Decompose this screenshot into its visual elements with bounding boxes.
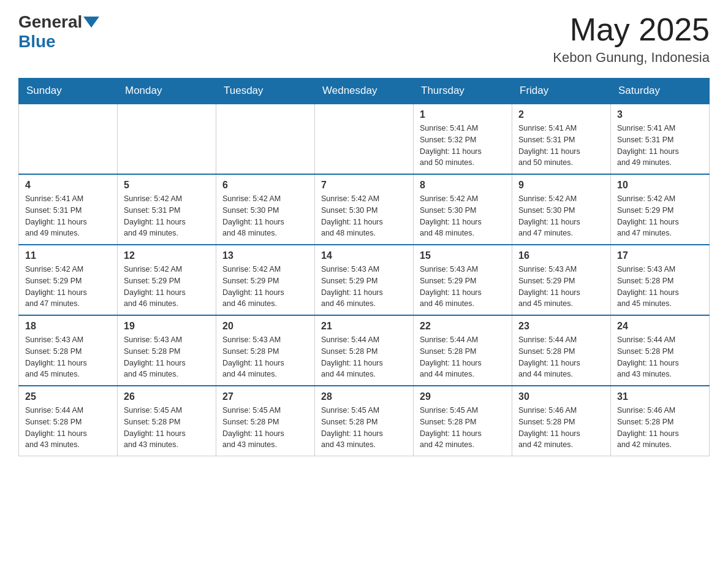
day-info: Sunrise: 5:44 AM Sunset: 5:28 PM Dayligh… [420, 334, 506, 380]
day-info: Sunrise: 5:42 AM Sunset: 5:29 PM Dayligh… [124, 264, 210, 310]
day-number: 18 [25, 321, 111, 332]
day-info: Sunrise: 5:45 AM Sunset: 5:28 PM Dayligh… [222, 405, 308, 451]
calendar-cell: 7Sunrise: 5:42 AM Sunset: 5:30 PM Daylig… [315, 174, 414, 245]
calendar-cell: 30Sunrise: 5:46 AM Sunset: 5:28 PM Dayli… [512, 386, 611, 456]
day-number: 13 [222, 250, 308, 261]
page-header: General Blue May 2025 Kebon Gunung, Indo… [18, 12, 710, 66]
calendar-cell: 10Sunrise: 5:42 AM Sunset: 5:29 PM Dayli… [611, 174, 710, 245]
title-section: May 2025 Kebon Gunung, Indonesia [553, 12, 710, 66]
day-info: Sunrise: 5:42 AM Sunset: 5:29 PM Dayligh… [25, 264, 111, 310]
day-info: Sunrise: 5:46 AM Sunset: 5:28 PM Dayligh… [518, 405, 604, 451]
calendar-cell: 15Sunrise: 5:43 AM Sunset: 5:29 PM Dayli… [414, 245, 512, 315]
day-number: 3 [617, 109, 703, 120]
calendar-cell: 21Sunrise: 5:44 AM Sunset: 5:28 PM Dayli… [315, 315, 414, 386]
calendar-cell: 19Sunrise: 5:43 AM Sunset: 5:28 PM Dayli… [118, 315, 216, 386]
day-number: 1 [420, 109, 506, 120]
calendar-cell [216, 104, 315, 174]
week-row-3: 11Sunrise: 5:42 AM Sunset: 5:29 PM Dayli… [19, 245, 710, 315]
logo: General Blue [18, 12, 99, 52]
calendar-cell: 6Sunrise: 5:42 AM Sunset: 5:30 PM Daylig… [216, 174, 315, 245]
day-number: 8 [420, 180, 506, 191]
day-number: 17 [617, 250, 703, 261]
day-info: Sunrise: 5:44 AM Sunset: 5:28 PM Dayligh… [25, 405, 111, 451]
calendar-cell: 1Sunrise: 5:41 AM Sunset: 5:32 PM Daylig… [414, 104, 512, 174]
day-info: Sunrise: 5:42 AM Sunset: 5:30 PM Dayligh… [321, 193, 407, 239]
day-info: Sunrise: 5:43 AM Sunset: 5:29 PM Dayligh… [420, 264, 506, 310]
calendar-cell [118, 104, 216, 174]
calendar-header-tuesday: Tuesday [216, 79, 315, 104]
calendar-cell: 12Sunrise: 5:42 AM Sunset: 5:29 PM Dayli… [118, 245, 216, 315]
day-info: Sunrise: 5:46 AM Sunset: 5:28 PM Dayligh… [617, 405, 703, 451]
day-number: 28 [321, 391, 407, 402]
day-info: Sunrise: 5:44 AM Sunset: 5:28 PM Dayligh… [518, 334, 604, 380]
calendar-header-sunday: Sunday [19, 79, 118, 104]
day-info: Sunrise: 5:42 AM Sunset: 5:30 PM Dayligh… [222, 193, 308, 239]
day-info: Sunrise: 5:43 AM Sunset: 5:29 PM Dayligh… [518, 264, 604, 310]
calendar-cell: 13Sunrise: 5:42 AM Sunset: 5:29 PM Dayli… [216, 245, 315, 315]
day-number: 5 [124, 180, 210, 191]
day-number: 15 [420, 250, 506, 261]
calendar-cell [315, 104, 414, 174]
calendar-cell: 14Sunrise: 5:43 AM Sunset: 5:29 PM Dayli… [315, 245, 414, 315]
day-number: 31 [617, 391, 703, 402]
month-year-title: May 2025 [553, 12, 710, 47]
calendar-cell: 23Sunrise: 5:44 AM Sunset: 5:28 PM Dayli… [512, 315, 611, 386]
day-number: 26 [124, 391, 210, 402]
calendar-header-friday: Friday [512, 79, 611, 104]
day-number: 20 [222, 321, 308, 332]
calendar-cell: 28Sunrise: 5:45 AM Sunset: 5:28 PM Dayli… [315, 386, 414, 456]
day-number: 9 [518, 180, 604, 191]
day-number: 16 [518, 250, 604, 261]
day-info: Sunrise: 5:42 AM Sunset: 5:29 PM Dayligh… [617, 193, 703, 239]
day-info: Sunrise: 5:41 AM Sunset: 5:31 PM Dayligh… [25, 193, 111, 239]
day-info: Sunrise: 5:45 AM Sunset: 5:28 PM Dayligh… [420, 405, 506, 451]
day-number: 7 [321, 180, 407, 191]
day-info: Sunrise: 5:42 AM Sunset: 5:30 PM Dayligh… [518, 193, 604, 239]
day-info: Sunrise: 5:43 AM Sunset: 5:28 PM Dayligh… [617, 264, 703, 310]
day-number: 19 [124, 321, 210, 332]
calendar-cell [19, 104, 118, 174]
day-info: Sunrise: 5:45 AM Sunset: 5:28 PM Dayligh… [321, 405, 407, 451]
day-number: 6 [222, 180, 308, 191]
logo-general-text: General [18, 12, 82, 32]
day-info: Sunrise: 5:43 AM Sunset: 5:29 PM Dayligh… [321, 264, 407, 310]
calendar-cell: 31Sunrise: 5:46 AM Sunset: 5:28 PM Dayli… [611, 386, 710, 456]
calendar-header-monday: Monday [118, 79, 216, 104]
day-number: 21 [321, 321, 407, 332]
calendar-header-saturday: Saturday [611, 79, 710, 104]
day-info: Sunrise: 5:42 AM Sunset: 5:30 PM Dayligh… [420, 193, 506, 239]
day-info: Sunrise: 5:45 AM Sunset: 5:28 PM Dayligh… [124, 405, 210, 451]
day-number: 29 [420, 391, 506, 402]
calendar-cell: 3Sunrise: 5:41 AM Sunset: 5:31 PM Daylig… [611, 104, 710, 174]
day-info: Sunrise: 5:44 AM Sunset: 5:28 PM Dayligh… [321, 334, 407, 380]
calendar-cell: 24Sunrise: 5:44 AM Sunset: 5:28 PM Dayli… [611, 315, 710, 386]
calendar-cell: 16Sunrise: 5:43 AM Sunset: 5:29 PM Dayli… [512, 245, 611, 315]
day-number: 4 [25, 180, 111, 191]
calendar-cell: 9Sunrise: 5:42 AM Sunset: 5:30 PM Daylig… [512, 174, 611, 245]
day-number: 24 [617, 321, 703, 332]
day-number: 23 [518, 321, 604, 332]
calendar-header-thursday: Thursday [414, 79, 512, 104]
day-number: 27 [222, 391, 308, 402]
calendar-cell: 20Sunrise: 5:43 AM Sunset: 5:28 PM Dayli… [216, 315, 315, 386]
day-info: Sunrise: 5:41 AM Sunset: 5:31 PM Dayligh… [518, 123, 604, 169]
calendar-cell: 5Sunrise: 5:42 AM Sunset: 5:31 PM Daylig… [118, 174, 216, 245]
day-info: Sunrise: 5:41 AM Sunset: 5:32 PM Dayligh… [420, 123, 506, 169]
logo-blue-text: Blue [18, 32, 56, 51]
day-number: 22 [420, 321, 506, 332]
logo-triangle-icon [83, 17, 99, 28]
day-info: Sunrise: 5:43 AM Sunset: 5:28 PM Dayligh… [25, 334, 111, 380]
calendar-cell: 2Sunrise: 5:41 AM Sunset: 5:31 PM Daylig… [512, 104, 611, 174]
calendar-cell: 29Sunrise: 5:45 AM Sunset: 5:28 PM Dayli… [414, 386, 512, 456]
calendar-header-wednesday: Wednesday [315, 79, 414, 104]
day-number: 14 [321, 250, 407, 261]
day-info: Sunrise: 5:41 AM Sunset: 5:31 PM Dayligh… [617, 123, 703, 169]
day-info: Sunrise: 5:44 AM Sunset: 5:28 PM Dayligh… [617, 334, 703, 380]
location-label: Kebon Gunung, Indonesia [553, 50, 710, 66]
week-row-1: 1Sunrise: 5:41 AM Sunset: 5:32 PM Daylig… [19, 104, 710, 174]
day-info: Sunrise: 5:43 AM Sunset: 5:28 PM Dayligh… [124, 334, 210, 380]
day-number: 30 [518, 391, 604, 402]
calendar-cell: 4Sunrise: 5:41 AM Sunset: 5:31 PM Daylig… [19, 174, 118, 245]
day-number: 2 [518, 109, 604, 120]
calendar-header-row: SundayMondayTuesdayWednesdayThursdayFrid… [19, 79, 710, 104]
